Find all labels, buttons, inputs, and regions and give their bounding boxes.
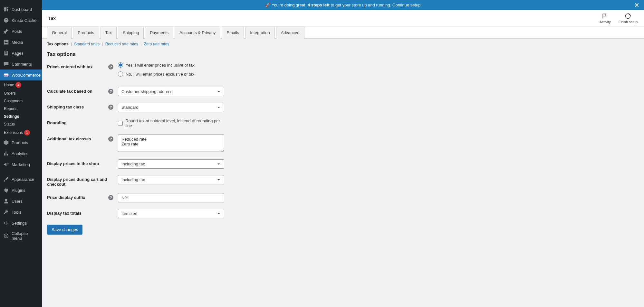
sidebar-label: Tools xyxy=(12,210,21,215)
prices-entered-label: Prices entered with tax xyxy=(47,62,108,69)
sidebar-item-dashboard[interactable]: Dashboard xyxy=(0,4,42,15)
tab-shipping[interactable]: Shipping xyxy=(118,27,144,39)
sidebar-item-tools[interactable]: Tools xyxy=(0,207,42,218)
display-cart-select[interactable]: Including tax xyxy=(118,175,224,184)
display-shop-label: Display prices in the shop xyxy=(47,159,108,166)
subtab-standard-rates[interactable]: Standard rates xyxy=(74,42,100,46)
close-banner-icon[interactable]: ✕ xyxy=(634,2,639,8)
sidebar-sub-extensions[interactable]: Extensions1 xyxy=(0,128,42,137)
sidebar-sub-label: Extensions xyxy=(4,130,23,135)
rounding-checkbox[interactable]: Round tax at subtotal level, instead of … xyxy=(118,118,224,128)
sidebar-item-marketing[interactable]: Marketing xyxy=(0,159,42,170)
tab-products[interactable]: Products xyxy=(73,27,99,39)
help-icon[interactable]: ? xyxy=(108,89,113,94)
sidebar-item-appearance[interactable]: Appearance xyxy=(0,174,42,185)
sidebar-label: Media xyxy=(12,40,23,45)
sidebar-label: Users xyxy=(12,199,23,204)
sidebar-label: Settings xyxy=(12,221,27,226)
setup-banner: 🚀 You're doing great! 4 steps left to ge… xyxy=(42,0,644,10)
sidebar-item-woocommerce[interactable]: wooWooCommerce xyxy=(0,70,42,80)
sidebar-sub-home[interactable]: Home4 xyxy=(0,80,42,89)
sidebar-label: Pages xyxy=(12,51,24,56)
progress-icon xyxy=(625,13,631,19)
page-title-breadcrumb: Tax xyxy=(48,16,56,21)
activity-label: Activity xyxy=(600,20,611,24)
rounding-label: Rounding xyxy=(47,118,108,125)
comment-icon xyxy=(3,61,9,67)
main-content: 🚀 You're doing great! 4 steps left to ge… xyxy=(42,0,644,307)
sidebar-item-comments[interactable]: Comments xyxy=(0,59,42,70)
subtab-reduced-rates[interactable]: Reduced rate rates xyxy=(105,42,138,46)
sidebar-item-analytics[interactable]: Analytics xyxy=(0,148,42,159)
additional-classes-label: Additional tax classes xyxy=(47,135,108,141)
tab-tax[interactable]: Tax xyxy=(101,27,117,39)
help-icon[interactable]: ? xyxy=(108,64,113,70)
product-icon xyxy=(3,140,9,145)
tab-payments[interactable]: Payments xyxy=(145,27,173,39)
tab-emails[interactable]: Emails xyxy=(222,27,244,39)
save-changes-button[interactable]: Save changes xyxy=(47,225,82,235)
sidebar-label: Plugins xyxy=(12,188,25,193)
subtab-zero-rates[interactable]: Zero rate rates xyxy=(144,42,169,46)
home-badge: 4 xyxy=(15,82,21,88)
tab-accounts[interactable]: Accounts & Privacy xyxy=(175,27,220,39)
sidebar-item-posts[interactable]: Posts xyxy=(0,26,42,37)
sidebar-label: Appearance xyxy=(12,177,34,182)
sidebar-item-media[interactable]: Media xyxy=(0,37,42,48)
sidebar-label: Comments xyxy=(12,62,32,67)
sidebar-sub-settings[interactable]: Settings xyxy=(0,113,42,120)
sidebar-item-kinsta[interactable]: Kinsta Cache xyxy=(0,15,42,26)
cache-icon xyxy=(3,17,9,23)
sidebar-label: Marketing xyxy=(12,162,30,167)
display-totals-select[interactable]: Itemized xyxy=(118,209,224,218)
woocommerce-icon: woo xyxy=(3,72,9,78)
display-cart-label: Display prices during cart and checkout xyxy=(47,175,108,187)
calculate-tax-select[interactable]: Customer shipping address xyxy=(118,87,224,96)
tab-general[interactable]: General xyxy=(47,27,72,39)
sidebar-item-products[interactable]: Products xyxy=(0,137,42,148)
prices-inclusive-radio[interactable]: Yes, I will enter prices inclusive of ta… xyxy=(118,62,224,68)
sidebar-sub-customers[interactable]: Customers xyxy=(0,97,42,105)
sidebar-item-collapse[interactable]: Collapse menu xyxy=(0,228,42,243)
tax-options-form: Tax options Prices entered with tax ? Ye… xyxy=(42,48,644,242)
megaphone-icon xyxy=(3,162,9,167)
tab-integration[interactable]: Integration xyxy=(245,27,274,39)
banner-pre-text: You're doing great! xyxy=(272,3,306,7)
help-icon[interactable]: ? xyxy=(108,136,113,142)
subtab-tax-options[interactable]: Tax options xyxy=(47,42,68,46)
sidebar-sub-orders[interactable]: Orders xyxy=(0,89,42,97)
banner-bold-text: 4 steps left xyxy=(308,3,330,7)
sidebar-item-wp-settings[interactable]: Settings xyxy=(0,218,42,228)
help-icon[interactable]: ? xyxy=(108,195,113,200)
price-suffix-label: Price display suffix xyxy=(47,193,108,200)
sidebar-label: Dashboard xyxy=(12,7,32,12)
tax-subtabs: Tax options | Standard rates | Reduced r… xyxy=(42,39,644,48)
media-icon xyxy=(3,39,9,45)
continue-setup-link[interactable]: Continue setup xyxy=(392,3,420,7)
additional-classes-textarea[interactable] xyxy=(118,135,224,152)
finish-setup-button[interactable]: Finish setup xyxy=(619,13,638,24)
tab-advanced[interactable]: Advanced xyxy=(276,27,304,39)
sidebar-sub-status[interactable]: Status xyxy=(0,120,42,128)
radio-label: No, I will enter prices exclusive of tax xyxy=(126,72,194,77)
prices-exclusive-radio[interactable]: No, I will enter prices exclusive of tax xyxy=(118,71,224,77)
sidebar-sub-reports[interactable]: Reports xyxy=(0,105,42,113)
settings-tabs: General Products Tax Shipping Payments A… xyxy=(42,27,644,39)
sidebar-label: WooCommerce xyxy=(12,73,41,78)
wrench-icon xyxy=(3,209,9,215)
help-icon[interactable]: ? xyxy=(108,105,113,110)
shipping-tax-select[interactable]: Standard xyxy=(118,103,224,112)
sidebar-item-pages[interactable]: Pages xyxy=(0,48,42,59)
chart-icon xyxy=(3,151,9,156)
sidebar-item-plugins[interactable]: Plugins xyxy=(0,185,42,196)
display-shop-select[interactable]: Including tax xyxy=(118,159,224,169)
sidebar-item-users[interactable]: Users xyxy=(0,196,42,207)
brush-icon xyxy=(3,176,9,182)
settings-icon xyxy=(3,220,9,226)
activity-button[interactable]: Activity xyxy=(600,13,611,24)
section-title: Tax options xyxy=(47,51,639,57)
sidebar-label: Analytics xyxy=(12,151,28,156)
ext-badge: 1 xyxy=(24,130,30,135)
flag-icon xyxy=(602,13,608,19)
price-suffix-input[interactable] xyxy=(118,193,224,202)
